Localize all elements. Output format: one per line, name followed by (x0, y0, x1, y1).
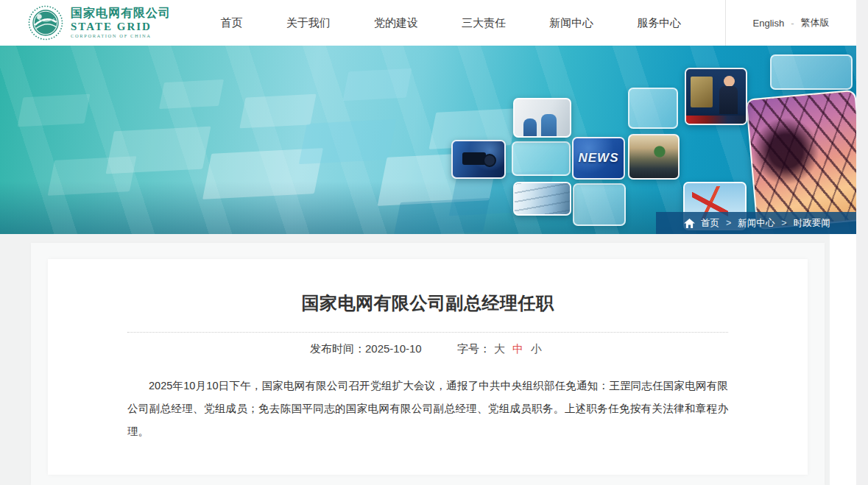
banner-glass-tile (770, 54, 853, 90)
anchor-news-ticker (686, 116, 746, 124)
banner-photo-video-camera (451, 140, 506, 179)
lang-separator: - (791, 18, 794, 29)
banner-glass-tile (573, 183, 626, 226)
home-icon[interactable] (684, 219, 695, 228)
banner-glass-tile (628, 88, 678, 129)
publish-time-label: 发布时间： (310, 342, 365, 355)
breadcrumb: 首页 > 新闻中心 > 时政要闻 (656, 212, 856, 234)
breadcrumb-home[interactable]: 首页 (701, 217, 719, 230)
nav-item-about[interactable]: 关于我们 (286, 16, 331, 30)
nav-item-news-center[interactable]: 新闻中心 (549, 16, 593, 30)
news-tile-label: NEWS (579, 151, 619, 166)
article-card: 国家电网有限公司副总经理任职 发布时间：2025-10-10 字号：大中小 20… (48, 259, 808, 475)
hero-banner: NEWS 首页 > 新闻中心 > 时政要闻 (0, 46, 856, 234)
banner-cube (48, 156, 137, 196)
language-switcher: English - 繁体版 (725, 0, 856, 46)
anchor-head (724, 76, 735, 87)
banner-photo-meeting-room (628, 134, 680, 180)
banner-cube (343, 68, 412, 101)
article-outer-card: 国家电网有限公司副总经理任职 发布时间：2025-10-10 字号：大中小 20… (31, 243, 825, 485)
breadcrumb-separator: > (726, 218, 731, 228)
breadcrumb-news-center[interactable]: 新闻中心 (738, 217, 775, 230)
scrollbar-track[interactable] (856, 0, 868, 485)
lang-traditional-link[interactable]: 繁体版 (800, 16, 829, 29)
logo-english-name: STATE GRID (71, 21, 171, 33)
state-grid-emblem-icon (28, 5, 63, 40)
banner-photo-tv-anchor (685, 68, 747, 125)
logo-chinese-name: 国家电网有限公司 (71, 7, 171, 20)
banner-cube (299, 119, 396, 164)
banner-photo-news-graphic: NEWS (572, 137, 625, 180)
banner-glass-tile (512, 141, 571, 176)
header: 国家电网有限公司 STATE GRID CORPORATION OF CHINA… (0, 0, 856, 46)
nav-item-home[interactable]: 首页 (221, 16, 243, 30)
banner-cube (159, 79, 224, 109)
article-body: 2025年10月10日下午，国家电网有限公司召开党组扩大会议，通报了中共中央组织… (127, 375, 728, 443)
banner-cube (394, 198, 490, 234)
article-title: 国家电网有限公司副总经理任职 (127, 291, 728, 315)
logo-text: 国家电网有限公司 STATE GRID CORPORATION OF CHINA (71, 7, 171, 38)
logo[interactable]: 国家电网有限公司 STATE GRID CORPORATION OF CHINA (0, 5, 184, 40)
nav-item-party-building[interactable]: 党的建设 (374, 16, 418, 30)
font-size-medium-button[interactable]: 中 (512, 342, 523, 356)
font-size-small-button[interactable]: 小 (531, 342, 542, 356)
publish-time-value: 2025-10-10 (365, 342, 422, 355)
nav-item-service-center[interactable]: 服务中心 (637, 16, 681, 30)
anchor-graphic (691, 77, 713, 107)
banner-cube (239, 94, 316, 129)
banner-photo-exhibition-hall (513, 182, 571, 216)
breadcrumb-separator: > (781, 218, 786, 228)
banner-cube (18, 94, 91, 127)
banner-photo-workers (513, 98, 571, 138)
font-size-label: 字号： (457, 342, 490, 355)
dotted-divider (127, 332, 728, 333)
breadcrumb-current-politics-news: 时政要闻 (794, 217, 830, 230)
lang-english-link[interactable]: English (753, 18, 785, 29)
banner-photo-powerline-workers (746, 90, 856, 230)
article-meta: 发布时间：2025-10-10 字号：大中小 (127, 342, 728, 356)
nav-item-three-responsibilities[interactable]: 三大责任 (462, 16, 506, 30)
font-size-large-button[interactable]: 大 (494, 342, 505, 356)
main-nav: 首页 关于我们 党的建设 三大责任 新闻中心 服务中心 (184, 0, 725, 46)
logo-subtitle: CORPORATION OF CHINA (71, 33, 171, 38)
page: 国家电网有限公司 STATE GRID CORPORATION OF CHINA… (0, 0, 868, 485)
anchor-suit (719, 86, 738, 114)
